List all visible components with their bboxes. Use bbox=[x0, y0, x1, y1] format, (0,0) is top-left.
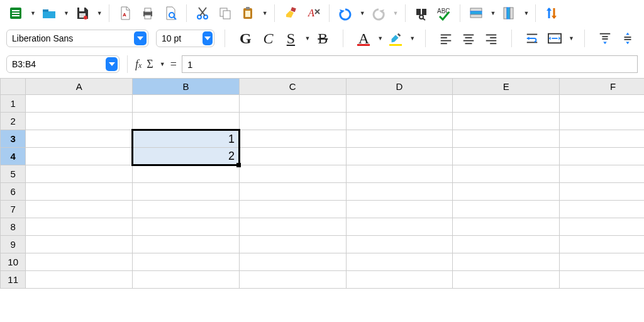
underline-button[interactable]: S bbox=[280, 29, 301, 48]
font-name-input[interactable] bbox=[12, 33, 131, 43]
cell-E9[interactable] bbox=[453, 236, 560, 253]
font-size-combo[interactable] bbox=[156, 30, 214, 47]
cell-F8[interactable] bbox=[560, 218, 644, 236]
cell-C11[interactable] bbox=[239, 271, 346, 289]
redo-button[interactable] bbox=[369, 4, 388, 23]
cell-F7[interactable] bbox=[560, 201, 644, 218]
sum-button[interactable]: Σ bbox=[147, 58, 153, 71]
align-right-button[interactable] bbox=[481, 29, 501, 48]
cell-C5[interactable] bbox=[239, 165, 346, 183]
paste-dropdown[interactable]: ▼ bbox=[261, 10, 268, 16]
cell-B3[interactable]: 1 bbox=[133, 130, 240, 148]
cell-F9[interactable] bbox=[560, 236, 644, 253]
cell-E11[interactable] bbox=[453, 271, 560, 289]
cell-E8[interactable] bbox=[453, 218, 560, 236]
cell-E1[interactable] bbox=[453, 95, 560, 113]
cell-A2[interactable] bbox=[26, 113, 133, 130]
cell-D10[interactable] bbox=[346, 253, 453, 271]
row-header-1[interactable]: 1 bbox=[1, 95, 26, 113]
cell-D3[interactable] bbox=[346, 130, 453, 148]
col-header-A[interactable]: A bbox=[26, 79, 133, 95]
row-header-10[interactable]: 10 bbox=[1, 253, 26, 271]
font-size-input[interactable] bbox=[162, 33, 200, 43]
cut-button[interactable] bbox=[193, 4, 212, 23]
cell-A5[interactable] bbox=[26, 165, 133, 183]
cell-F2[interactable] bbox=[560, 113, 644, 130]
cell-D11[interactable] bbox=[346, 271, 453, 289]
save-button[interactable] bbox=[73, 4, 92, 23]
print-preview-button[interactable] bbox=[161, 4, 180, 23]
sort-button[interactable] bbox=[542, 4, 561, 23]
cell-A3[interactable] bbox=[26, 130, 133, 148]
font-color-dropdown[interactable]: ▼ bbox=[376, 35, 383, 42]
merge-dropdown[interactable]: ▼ bbox=[567, 35, 574, 42]
font-color-button[interactable]: A bbox=[353, 29, 374, 48]
cell-E3[interactable] bbox=[453, 130, 560, 148]
cell-E10[interactable] bbox=[453, 253, 560, 271]
cell-B6[interactable] bbox=[133, 183, 240, 201]
column-button[interactable] bbox=[499, 4, 518, 23]
copy-button[interactable] bbox=[216, 4, 235, 23]
row-button[interactable] bbox=[467, 4, 486, 23]
cell-F6[interactable] bbox=[560, 183, 644, 201]
cell-F5[interactable] bbox=[560, 165, 644, 183]
row-header-9[interactable]: 9 bbox=[1, 236, 26, 253]
fill-handle[interactable] bbox=[236, 163, 241, 167]
col-header-F[interactable]: F bbox=[560, 79, 644, 95]
align-center-button[interactable] bbox=[458, 29, 479, 48]
highlight-button[interactable] bbox=[386, 29, 406, 48]
row-header-7[interactable]: 7 bbox=[1, 201, 26, 218]
cell-A11[interactable] bbox=[26, 271, 133, 289]
cell-C4[interactable] bbox=[239, 148, 346, 165]
cell-B5[interactable] bbox=[133, 165, 240, 183]
cell-E6[interactable] bbox=[453, 183, 560, 201]
sum-dropdown[interactable]: ▼ bbox=[158, 61, 165, 67]
cell-C10[interactable] bbox=[239, 253, 346, 271]
formula-button[interactable]: = bbox=[170, 58, 177, 71]
formula-input[interactable] bbox=[182, 55, 638, 73]
cell-A1[interactable] bbox=[26, 95, 133, 113]
cell-B10[interactable] bbox=[133, 253, 240, 271]
print-button[interactable] bbox=[138, 4, 157, 23]
cell-B4[interactable]: 2 bbox=[133, 148, 240, 165]
highlight-dropdown[interactable]: ▼ bbox=[408, 35, 415, 42]
select-all-corner[interactable] bbox=[1, 79, 26, 95]
cell-F1[interactable] bbox=[560, 95, 644, 113]
row-header-11[interactable]: 11 bbox=[1, 271, 26, 289]
cell-B8[interactable] bbox=[133, 218, 240, 236]
cell-F10[interactable] bbox=[560, 253, 644, 271]
cell-A8[interactable] bbox=[26, 218, 133, 236]
clone-formatting-button[interactable] bbox=[281, 4, 300, 23]
col-header-E[interactable]: E bbox=[453, 79, 560, 95]
cell-A9[interactable] bbox=[26, 236, 133, 253]
cell-A7[interactable] bbox=[26, 201, 133, 218]
new-button[interactable] bbox=[6, 4, 25, 23]
align-left-button[interactable] bbox=[436, 29, 456, 48]
column-dropdown[interactable]: ▼ bbox=[522, 10, 529, 16]
strikethrough-button[interactable]: B bbox=[313, 29, 333, 48]
row-header-3[interactable]: 3 bbox=[1, 130, 26, 148]
cell-C1[interactable] bbox=[239, 95, 346, 113]
cell-D5[interactable] bbox=[346, 165, 453, 183]
wrap-text-button[interactable] bbox=[522, 29, 542, 48]
cell-D2[interactable] bbox=[346, 113, 453, 130]
cell-B9[interactable] bbox=[133, 236, 240, 253]
cell-B2[interactable] bbox=[133, 113, 240, 130]
save-dropdown[interactable]: ▼ bbox=[96, 10, 103, 16]
open-button[interactable] bbox=[40, 4, 58, 23]
new-dropdown[interactable]: ▼ bbox=[29, 10, 36, 16]
name-box[interactable] bbox=[6, 55, 119, 73]
function-wizard-button[interactable]: fx bbox=[135, 58, 142, 71]
cell-D8[interactable] bbox=[346, 218, 453, 236]
cell-F3[interactable] bbox=[560, 130, 644, 148]
undo-dropdown[interactable]: ▼ bbox=[358, 10, 365, 16]
cell-C3[interactable] bbox=[239, 130, 346, 148]
export-pdf-button[interactable]: A bbox=[116, 4, 135, 23]
align-top-button[interactable] bbox=[595, 29, 615, 48]
cell-E5[interactable] bbox=[453, 165, 560, 183]
cell-A6[interactable] bbox=[26, 183, 133, 201]
col-header-B[interactable]: B bbox=[133, 79, 240, 95]
row-header-4[interactable]: 4 bbox=[1, 148, 26, 165]
row-header-6[interactable]: 6 bbox=[1, 183, 26, 201]
italic-button[interactable]: C bbox=[258, 29, 278, 48]
